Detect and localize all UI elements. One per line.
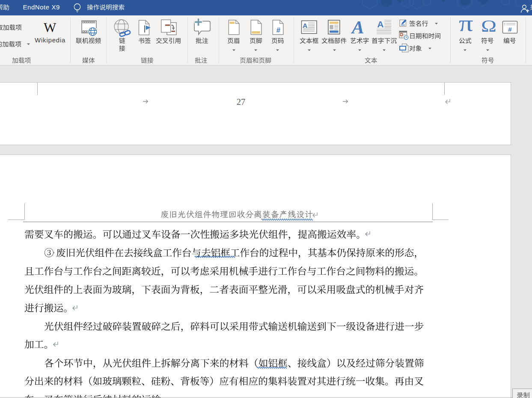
svg-text:#: # <box>508 26 512 33</box>
svg-text:#: # <box>276 26 280 34</box>
svg-text:A: A <box>377 19 383 29</box>
svg-text:A: A <box>303 22 307 29</box>
